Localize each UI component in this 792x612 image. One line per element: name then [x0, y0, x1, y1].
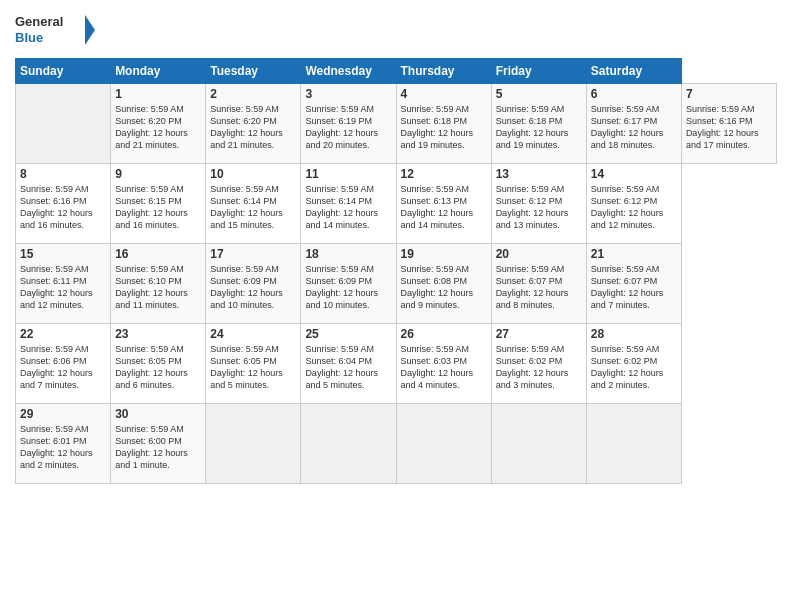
calendar-cell: 14Sunrise: 5:59 AMSunset: 6:12 PMDayligh… [586, 164, 681, 244]
day-info: Sunrise: 5:59 AMSunset: 6:02 PMDaylight:… [591, 343, 677, 392]
main-container: General Blue SundayMondayTuesdayWednesda… [0, 0, 792, 612]
calendar-cell: 7Sunrise: 5:59 AMSunset: 6:16 PMDaylight… [681, 84, 776, 164]
day-number: 15 [20, 247, 106, 261]
calendar-cell [491, 404, 586, 484]
day-info: Sunrise: 5:59 AMSunset: 6:12 PMDaylight:… [496, 183, 582, 232]
day-info: Sunrise: 5:59 AMSunset: 6:16 PMDaylight:… [686, 103, 772, 152]
calendar-cell [396, 404, 491, 484]
calendar-cell: 23Sunrise: 5:59 AMSunset: 6:05 PMDayligh… [111, 324, 206, 404]
calendar-cell: 12Sunrise: 5:59 AMSunset: 6:13 PMDayligh… [396, 164, 491, 244]
calendar-cell: 24Sunrise: 5:59 AMSunset: 6:05 PMDayligh… [206, 324, 301, 404]
calendar-cell: 27Sunrise: 5:59 AMSunset: 6:02 PMDayligh… [491, 324, 586, 404]
day-info: Sunrise: 5:59 AMSunset: 6:07 PMDaylight:… [591, 263, 677, 312]
logo: General Blue [15, 10, 95, 50]
calendar-cell: 29Sunrise: 5:59 AMSunset: 6:01 PMDayligh… [16, 404, 111, 484]
header: General Blue [15, 10, 777, 50]
calendar-cell: 9Sunrise: 5:59 AMSunset: 6:15 PMDaylight… [111, 164, 206, 244]
calendar-cell: 19Sunrise: 5:59 AMSunset: 6:08 PMDayligh… [396, 244, 491, 324]
day-number: 12 [401, 167, 487, 181]
calendar-cell: 20Sunrise: 5:59 AMSunset: 6:07 PMDayligh… [491, 244, 586, 324]
calendar-cell: 5Sunrise: 5:59 AMSunset: 6:18 PMDaylight… [491, 84, 586, 164]
calendar-cell: 25Sunrise: 5:59 AMSunset: 6:04 PMDayligh… [301, 324, 396, 404]
day-info: Sunrise: 5:59 AMSunset: 6:17 PMDaylight:… [591, 103, 677, 152]
calendar-cell: 28Sunrise: 5:59 AMSunset: 6:02 PMDayligh… [586, 324, 681, 404]
day-number: 17 [210, 247, 296, 261]
day-number: 28 [591, 327, 677, 341]
day-info: Sunrise: 5:59 AMSunset: 6:05 PMDaylight:… [115, 343, 201, 392]
calendar-cell [586, 404, 681, 484]
day-number: 19 [401, 247, 487, 261]
day-number: 26 [401, 327, 487, 341]
day-number: 27 [496, 327, 582, 341]
day-number: 30 [115, 407, 201, 421]
day-info: Sunrise: 5:59 AMSunset: 6:05 PMDaylight:… [210, 343, 296, 392]
weekday-header: Monday [111, 59, 206, 84]
calendar-cell: 15Sunrise: 5:59 AMSunset: 6:11 PMDayligh… [16, 244, 111, 324]
day-number: 18 [305, 247, 391, 261]
day-number: 8 [20, 167, 106, 181]
day-number: 4 [401, 87, 487, 101]
day-number: 10 [210, 167, 296, 181]
weekday-header: Saturday [586, 59, 681, 84]
day-info: Sunrise: 5:59 AMSunset: 6:14 PMDaylight:… [210, 183, 296, 232]
day-info: Sunrise: 5:59 AMSunset: 6:03 PMDaylight:… [401, 343, 487, 392]
calendar-cell: 1Sunrise: 5:59 AMSunset: 6:20 PMDaylight… [111, 84, 206, 164]
logo-svg: General Blue [15, 10, 95, 50]
day-number: 20 [496, 247, 582, 261]
day-info: Sunrise: 5:59 AMSunset: 6:06 PMDaylight:… [20, 343, 106, 392]
day-number: 14 [591, 167, 677, 181]
day-number: 11 [305, 167, 391, 181]
day-number: 16 [115, 247, 201, 261]
day-info: Sunrise: 5:59 AMSunset: 6:11 PMDaylight:… [20, 263, 106, 312]
calendar-cell: 4Sunrise: 5:59 AMSunset: 6:18 PMDaylight… [396, 84, 491, 164]
day-number: 7 [686, 87, 772, 101]
day-info: Sunrise: 5:59 AMSunset: 6:18 PMDaylight:… [496, 103, 582, 152]
day-info: Sunrise: 5:59 AMSunset: 6:12 PMDaylight:… [591, 183, 677, 232]
day-info: Sunrise: 5:59 AMSunset: 6:01 PMDaylight:… [20, 423, 106, 472]
day-number: 24 [210, 327, 296, 341]
weekday-header: Thursday [396, 59, 491, 84]
calendar-cell: 8Sunrise: 5:59 AMSunset: 6:16 PMDaylight… [16, 164, 111, 244]
calendar-cell: 13Sunrise: 5:59 AMSunset: 6:12 PMDayligh… [491, 164, 586, 244]
day-info: Sunrise: 5:59 AMSunset: 6:18 PMDaylight:… [401, 103, 487, 152]
day-number: 3 [305, 87, 391, 101]
calendar-cell: 21Sunrise: 5:59 AMSunset: 6:07 PMDayligh… [586, 244, 681, 324]
day-info: Sunrise: 5:59 AMSunset: 6:08 PMDaylight:… [401, 263, 487, 312]
calendar-cell [16, 84, 111, 164]
day-number: 23 [115, 327, 201, 341]
day-info: Sunrise: 5:59 AMSunset: 6:19 PMDaylight:… [305, 103, 391, 152]
day-info: Sunrise: 5:59 AMSunset: 6:16 PMDaylight:… [20, 183, 106, 232]
day-number: 6 [591, 87, 677, 101]
day-info: Sunrise: 5:59 AMSunset: 6:20 PMDaylight:… [115, 103, 201, 152]
day-info: Sunrise: 5:59 AMSunset: 6:02 PMDaylight:… [496, 343, 582, 392]
calendar-header: SundayMondayTuesdayWednesdayThursdayFrid… [16, 59, 777, 84]
calendar-cell: 6Sunrise: 5:59 AMSunset: 6:17 PMDaylight… [586, 84, 681, 164]
day-info: Sunrise: 5:59 AMSunset: 6:20 PMDaylight:… [210, 103, 296, 152]
day-info: Sunrise: 5:59 AMSunset: 6:00 PMDaylight:… [115, 423, 201, 472]
weekday-header: Wednesday [301, 59, 396, 84]
weekday-header: Tuesday [206, 59, 301, 84]
day-info: Sunrise: 5:59 AMSunset: 6:09 PMDaylight:… [305, 263, 391, 312]
svg-marker-2 [85, 15, 95, 45]
calendar-cell: 3Sunrise: 5:59 AMSunset: 6:19 PMDaylight… [301, 84, 396, 164]
calendar-cell: 2Sunrise: 5:59 AMSunset: 6:20 PMDaylight… [206, 84, 301, 164]
calendar-body: 1Sunrise: 5:59 AMSunset: 6:20 PMDaylight… [16, 84, 777, 484]
day-number: 21 [591, 247, 677, 261]
calendar-table: SundayMondayTuesdayWednesdayThursdayFrid… [15, 58, 777, 484]
svg-text:Blue: Blue [15, 30, 43, 45]
calendar-cell [301, 404, 396, 484]
calendar-cell: 17Sunrise: 5:59 AMSunset: 6:09 PMDayligh… [206, 244, 301, 324]
day-info: Sunrise: 5:59 AMSunset: 6:13 PMDaylight:… [401, 183, 487, 232]
calendar-cell: 18Sunrise: 5:59 AMSunset: 6:09 PMDayligh… [301, 244, 396, 324]
day-number: 1 [115, 87, 201, 101]
day-info: Sunrise: 5:59 AMSunset: 6:09 PMDaylight:… [210, 263, 296, 312]
day-number: 2 [210, 87, 296, 101]
day-number: 29 [20, 407, 106, 421]
weekday-header: Friday [491, 59, 586, 84]
day-number: 9 [115, 167, 201, 181]
day-info: Sunrise: 5:59 AMSunset: 6:04 PMDaylight:… [305, 343, 391, 392]
day-number: 5 [496, 87, 582, 101]
calendar-cell: 26Sunrise: 5:59 AMSunset: 6:03 PMDayligh… [396, 324, 491, 404]
calendar-cell: 30Sunrise: 5:59 AMSunset: 6:00 PMDayligh… [111, 404, 206, 484]
calendar-cell: 22Sunrise: 5:59 AMSunset: 6:06 PMDayligh… [16, 324, 111, 404]
